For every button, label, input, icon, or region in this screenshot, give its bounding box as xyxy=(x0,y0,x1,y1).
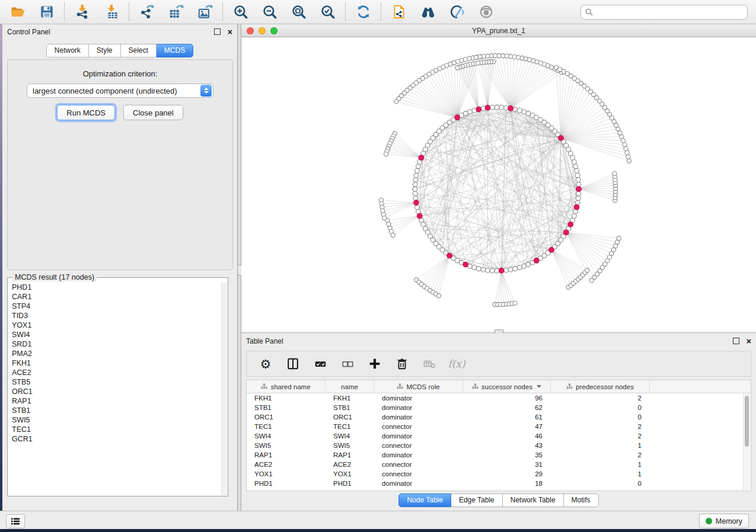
list-item[interactable]: TID3 xyxy=(8,311,222,321)
graph-edge[interactable] xyxy=(383,203,416,211)
table-row[interactable]: ACE2ACE2connector311 xyxy=(247,460,751,469)
graph-leaf-node[interactable] xyxy=(384,152,388,156)
graph-mcds-hub-node[interactable] xyxy=(564,230,569,235)
graph-node[interactable] xyxy=(526,111,531,116)
graph-edge[interactable] xyxy=(561,92,591,138)
tab-motifs[interactable]: Motifs xyxy=(564,493,599,507)
tab-node-table[interactable]: Node Table xyxy=(398,493,451,507)
tab-select[interactable]: Select xyxy=(121,44,157,57)
graph-edge[interactable] xyxy=(502,271,515,303)
close-panel-button[interactable]: Close panel xyxy=(123,105,183,120)
graph-edge[interactable] xyxy=(393,139,422,158)
graph-mcds-hub-node[interactable] xyxy=(499,268,504,274)
graph-node[interactable] xyxy=(413,187,417,191)
graph-edge[interactable] xyxy=(551,250,573,283)
search-input[interactable] xyxy=(596,6,747,19)
table-row[interactable]: TEC1TEC1connector472 xyxy=(247,422,751,431)
graph-edge[interactable] xyxy=(419,81,457,117)
graph-node[interactable] xyxy=(576,182,581,187)
graph-node[interactable] xyxy=(415,168,420,173)
graph-node[interactable] xyxy=(522,110,527,114)
graph-edge[interactable] xyxy=(579,189,615,194)
zoom-out-icon[interactable] xyxy=(261,4,277,20)
list-item[interactable]: ORC1 xyxy=(8,387,222,396)
graph-leaf-node[interactable] xyxy=(474,55,478,59)
table-row[interactable]: PHD1PHD1dominator180 xyxy=(247,479,751,488)
graph-mcds-hub-node[interactable] xyxy=(476,107,481,112)
graph-edge[interactable] xyxy=(502,271,506,305)
list-item[interactable]: SWI4 xyxy=(8,330,222,339)
column-header-shared-name[interactable]: shared name xyxy=(247,380,326,393)
select-all-icon[interactable] xyxy=(313,357,327,371)
export-network-icon[interactable] xyxy=(139,4,155,20)
network-window-titlebar[interactable]: YPA_prune.txt_1 xyxy=(241,24,756,37)
add-column-icon[interactable] xyxy=(368,357,382,371)
graph-leaf-node[interactable] xyxy=(394,100,398,104)
graph-node[interactable] xyxy=(572,160,576,165)
save-session-icon[interactable] xyxy=(39,4,55,20)
graph-leaf-node[interactable] xyxy=(613,171,617,175)
tab-network[interactable]: Network xyxy=(46,44,89,57)
graph-node[interactable] xyxy=(415,205,420,210)
graph-leaf-node[interactable] xyxy=(513,301,517,305)
graph-node[interactable] xyxy=(413,178,418,182)
graph-edge[interactable] xyxy=(391,216,420,232)
graph-node[interactable] xyxy=(517,108,522,113)
run-mcds-button[interactable]: Run MCDS xyxy=(57,105,115,120)
export-table-icon[interactable] xyxy=(168,4,184,20)
network-file-icon[interactable] xyxy=(391,4,407,20)
graph-edge[interactable] xyxy=(470,65,479,110)
graph-mcds-hub-node[interactable] xyxy=(574,204,579,210)
graph-mcds-hub-node[interactable] xyxy=(414,200,419,206)
show-columns-icon[interactable] xyxy=(286,357,300,371)
table-row[interactable]: STB1STB1dominator620 xyxy=(247,403,751,412)
graph-leaf-node[interactable] xyxy=(617,236,621,241)
graph-node[interactable] xyxy=(576,196,580,201)
graph-edge[interactable] xyxy=(566,232,607,261)
graph-mcds-hub-node[interactable] xyxy=(576,187,582,192)
graph-leaf-node[interactable] xyxy=(391,233,395,238)
tab-style[interactable]: Style xyxy=(89,44,121,57)
graph-node[interactable] xyxy=(572,214,576,219)
export-image-icon[interactable] xyxy=(197,4,213,20)
graph-leaf-node[interactable] xyxy=(625,150,629,155)
zoom-selected-icon[interactable] xyxy=(320,4,336,20)
graph-node[interactable] xyxy=(517,265,522,270)
float-window-icon[interactable] xyxy=(733,338,739,344)
table-scrollbar[interactable] xyxy=(743,393,750,490)
graph-node[interactable] xyxy=(499,105,504,110)
graph-edge[interactable] xyxy=(551,250,583,275)
graph-leaf-node[interactable] xyxy=(627,159,631,163)
column-header-successor-nodes[interactable]: successor nodes xyxy=(463,380,551,393)
table-row[interactable]: FKH1FKH1dominator962 xyxy=(247,393,751,403)
tab-edge-table[interactable]: Edge Table xyxy=(451,493,503,507)
table-row[interactable]: SWI5SWI5connector431 xyxy=(247,441,751,450)
list-item[interactable]: STB5 xyxy=(8,377,222,387)
delete-column-icon[interactable] xyxy=(395,357,409,371)
graph-node[interactable] xyxy=(513,107,518,112)
list-item[interactable]: TEC1 xyxy=(8,425,222,434)
graph-mcds-hub-node[interactable] xyxy=(549,248,554,253)
graph-mcds-hub-node[interactable] xyxy=(534,258,540,264)
search-network-icon[interactable] xyxy=(420,4,436,20)
graph-node[interactable] xyxy=(476,267,481,271)
column-header-MCDS-role[interactable]: MCDS role xyxy=(374,380,463,393)
graph-node[interactable] xyxy=(490,105,495,110)
table-row[interactable]: ORC1ORC1dominator610 xyxy=(247,412,751,422)
graph-node[interactable] xyxy=(575,173,580,178)
list-item[interactable]: FKH1 xyxy=(8,358,222,368)
graph-node[interactable] xyxy=(490,268,495,273)
mcds-list-scrollbar[interactable] xyxy=(221,283,227,495)
graph-edge[interactable] xyxy=(551,250,580,277)
scrollbar-thumb[interactable] xyxy=(745,396,749,447)
table-row[interactable]: SWI4SWI4dominator462 xyxy=(247,431,751,441)
graph-edge[interactable] xyxy=(384,203,416,214)
graph-node[interactable] xyxy=(508,267,513,272)
list-item[interactable]: PMA2 xyxy=(8,349,222,358)
graph-edge[interactable] xyxy=(579,174,614,189)
column-header-predecessor-nodes[interactable]: predecessor nodes xyxy=(551,380,650,393)
list-item[interactable]: CAR1 xyxy=(8,292,222,302)
graph-leaf-node[interactable] xyxy=(585,268,589,273)
graph-edge[interactable] xyxy=(561,101,599,138)
network-canvas[interactable] xyxy=(241,37,756,332)
